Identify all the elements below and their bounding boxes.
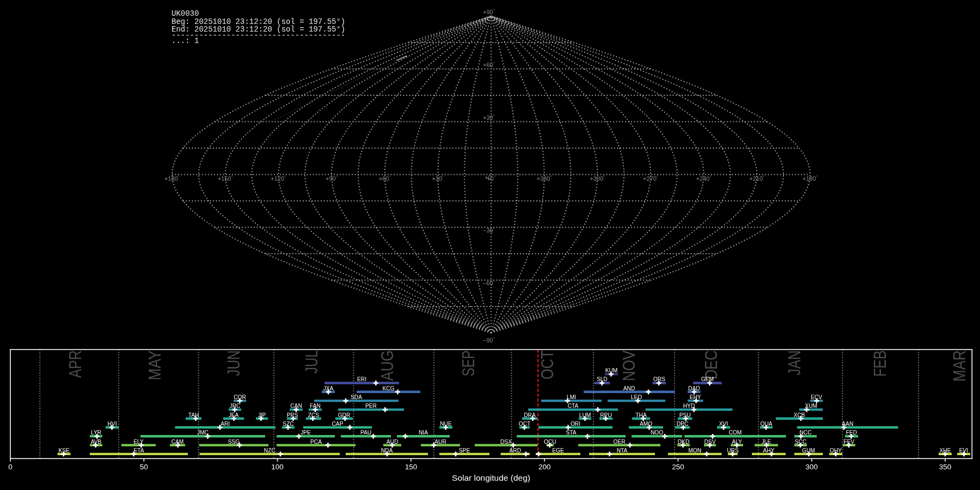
svg-text:AAN: AAN (842, 421, 853, 427)
svg-text:NCC: NCC (799, 430, 811, 436)
svg-text:300: 300 (806, 463, 818, 471)
svg-text:PER: PER (365, 403, 377, 409)
svg-text:JUL: JUL (302, 351, 321, 373)
svg-text:+30°: +30° (432, 175, 444, 182)
svg-text:+330°: +330° (537, 175, 552, 182)
svg-text:THA: THA (635, 412, 647, 418)
svg-text:OHY: OHY (830, 448, 842, 454)
svg-text:AND: AND (623, 385, 635, 391)
svg-text:KCG: KCG (382, 385, 394, 391)
svg-text:+30°: +30° (483, 114, 495, 121)
svg-text:+210°: +210° (749, 175, 764, 182)
svg-text:AUG: AUG (378, 351, 397, 381)
svg-text:ORI: ORI (571, 421, 580, 427)
svg-text:+60°: +60° (483, 61, 495, 68)
svg-text:AMO: AMO (640, 421, 652, 427)
svg-text:ETA: ETA (133, 448, 144, 454)
svg-text:−30°: −30° (483, 226, 495, 234)
svg-text:FEV: FEV (844, 439, 855, 445)
svg-text:+120°: +120° (271, 175, 286, 182)
svg-text:FED: FED (846, 430, 857, 436)
svg-text:LEO: LEO (631, 394, 642, 400)
svg-text:150: 150 (405, 463, 418, 471)
svg-text:OCU: OCU (544, 439, 556, 445)
svg-text:50: 50 (140, 463, 148, 471)
svg-text:DAD: DAD (688, 385, 700, 391)
svg-text:200: 200 (538, 463, 551, 471)
svg-text:−90°: −90° (483, 336, 495, 344)
svg-text:JIP: JIP (258, 412, 266, 418)
svg-text:SSG: SSG (228, 439, 240, 445)
svg-text:CAP: CAP (332, 421, 344, 427)
svg-text:SPE: SPE (459, 448, 470, 454)
svg-text:DEC: DEC (702, 351, 721, 380)
svg-text:350: 350 (939, 463, 952, 471)
svg-text:DRA: DRA (524, 412, 536, 418)
svg-text:+300°: +300° (590, 175, 605, 182)
svg-text:OCT: OCT (519, 421, 531, 427)
svg-text:JUN: JUN (224, 351, 243, 376)
svg-text:AUR: AUR (434, 439, 446, 445)
svg-text:100: 100 (271, 463, 284, 471)
svg-text:LMI: LMI (567, 394, 576, 400)
svg-text:ORS: ORS (653, 376, 665, 382)
svg-text:PSU: PSU (679, 412, 691, 418)
svg-text:RPU: RPU (600, 412, 612, 418)
svg-text:ELY: ELY (133, 439, 144, 445)
svg-text:+90°: +90° (326, 175, 338, 182)
svg-text:XVI: XVI (719, 421, 728, 427)
svg-text:JLE: JLE (762, 439, 771, 445)
svg-text:DSV: DSV (705, 439, 716, 445)
svg-text:XUM: XUM (805, 403, 817, 409)
svg-text:FAN: FAN (310, 403, 321, 409)
svg-text:MAY: MAY (145, 351, 164, 381)
svg-text:+240°: +240° (696, 175, 712, 182)
svg-text:EGE: EGE (552, 448, 564, 454)
svg-text:COM: COM (728, 430, 742, 436)
svg-text:NTA: NTA (617, 448, 628, 454)
svg-text:GDR: GDR (338, 412, 351, 418)
svg-text:ARI: ARI (220, 421, 230, 427)
svg-text:STA: STA (566, 430, 576, 436)
svg-text:ARD: ARD (510, 448, 522, 454)
svg-text:JEA: JEA (229, 412, 239, 418)
svg-text:JRC: JRC (230, 403, 241, 409)
svg-text:OCT: OCT (538, 350, 557, 379)
svg-text:UK0030: UK0030 (171, 9, 199, 18)
svg-text:URS: URS (727, 448, 739, 454)
svg-text:CAM: CAM (171, 439, 184, 445)
svg-text:ALY: ALY (732, 439, 742, 445)
svg-text:OER: OER (613, 439, 625, 445)
svg-text:0: 0 (8, 463, 13, 471)
svg-text:JPE: JPE (301, 430, 311, 436)
svg-text:JMC: JMC (197, 430, 209, 436)
svg-text:NIA: NIA (419, 430, 428, 436)
svg-text:JAN: JAN (785, 351, 804, 376)
svg-text:SZC: SZC (283, 421, 293, 427)
svg-text:AUD: AUD (387, 439, 399, 445)
svg-text:AVB: AVB (91, 439, 102, 445)
svg-text:CAN: CAN (290, 403, 302, 409)
svg-text:DPC: DPC (677, 421, 689, 427)
svg-text:+150°: +150° (218, 175, 233, 182)
svg-text:+90°: +90° (483, 8, 495, 15)
svg-text:APR: APR (66, 351, 85, 378)
svg-text:+270°: +270° (643, 175, 658, 182)
svg-text:PAU: PAU (360, 430, 371, 436)
svg-text:SLD: SLD (597, 376, 608, 382)
svg-text:NDA: NDA (381, 448, 393, 454)
svg-text:MAR: MAR (950, 351, 969, 382)
svg-text:TAH: TAH (188, 412, 199, 418)
svg-text:HVI: HVI (108, 421, 117, 427)
svg-text:XCB: XCB (794, 412, 805, 418)
svg-text:LYR: LYR (91, 430, 101, 436)
svg-text:ECV: ECV (811, 394, 822, 400)
svg-text:NUE: NUE (440, 421, 452, 427)
svg-text:+180°: +180° (803, 175, 818, 182)
svg-text:NZC: NZC (264, 448, 275, 454)
svg-text:XHE: XHE (940, 448, 951, 454)
svg-text:PPS: PPS (287, 412, 298, 418)
svg-text:SDA: SDA (351, 394, 362, 400)
svg-text:SCC: SCC (795, 439, 807, 445)
svg-text:NOV: NOV (620, 350, 639, 381)
